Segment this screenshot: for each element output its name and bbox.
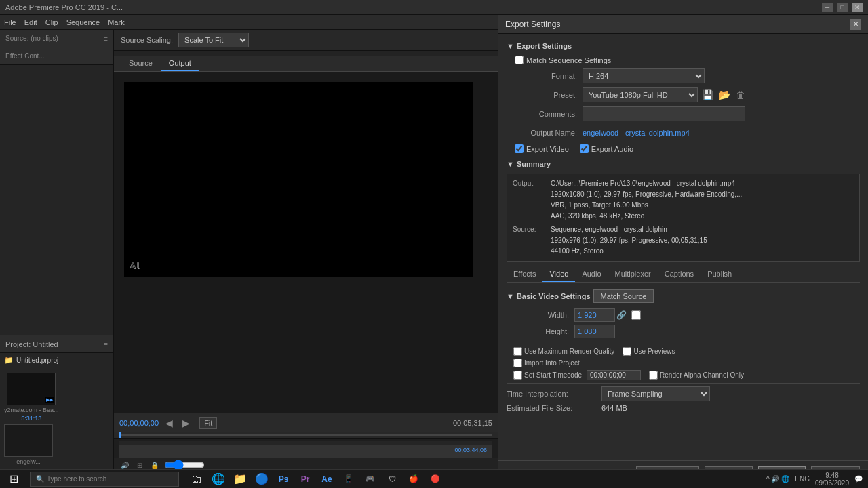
menu-file[interactable]: File (4, 18, 16, 26)
use-previews-checkbox[interactable] (623, 347, 631, 356)
volume-slider[interactable] (164, 462, 205, 468)
play-back-button[interactable]: ◀ (163, 418, 176, 428)
timeline-btn-1[interactable]: 🔊 (118, 462, 132, 469)
taskbar-apps: 🗂 🌐 📁 🔵 Ps Pr Ae 📱 🎮 🛡 🍎 🔴 (182, 470, 450, 489)
premiere-panel: File Edit Clip Sequence Mark Source: (no… (0, 15, 498, 488)
panel-menu-icon[interactable]: ≡ (104, 35, 108, 43)
preset-import-icon[interactable]: 📂 (717, 89, 732, 100)
preset-save-icon[interactable]: 💾 (701, 89, 715, 100)
summary-output-row: Output: C:\User...\Premiere Pro\13.0\eng… (513, 178, 854, 222)
summary-source-value: Sequence, engelwood - crystal dolphin 19… (551, 224, 854, 257)
project-folder[interactable]: 📁 Untitled.prproj (4, 356, 109, 365)
dimension-link-icon[interactable]: 🔗 (615, 309, 627, 321)
taskbar-app-chrome[interactable]: 🔵 (252, 470, 271, 489)
summary-source-row: Source: Sequence, engelwood - crystal do… (513, 224, 854, 257)
thumbnail-2[interactable]: engelw... (4, 424, 53, 465)
comments-input[interactable] (583, 106, 745, 121)
thumb-1-duration: 5:31:13 (21, 415, 41, 422)
format-label: Format: (515, 72, 583, 80)
window-controls[interactable]: ─ □ ✕ (822, 3, 863, 12)
start-timecode-checkbox[interactable] (513, 371, 522, 380)
file-size-row: Estimated File Size: 644 MB (507, 404, 860, 412)
width-input[interactable] (574, 308, 615, 322)
taskbar-app-explorer[interactable]: 🗂 (187, 470, 206, 489)
timecode-value-input[interactable] (587, 370, 641, 380)
tab-captions[interactable]: Captions (658, 267, 701, 282)
tab-output[interactable]: Output (161, 56, 199, 71)
menu-mark[interactable]: Mark (108, 18, 124, 26)
height-input[interactable] (574, 325, 615, 338)
source-label: Source: (no clips) (5, 35, 58, 42)
export-video-checkbox[interactable] (515, 144, 524, 153)
width-constrain-checkbox[interactable] (631, 310, 641, 320)
taskbar-app-edge[interactable]: 🌐 (209, 470, 228, 489)
taskbar-app-after-effects[interactable]: Ae (317, 470, 336, 489)
timeline-btn-2[interactable]: ⊞ (134, 462, 145, 469)
export-audio-checkbox[interactable] (580, 144, 589, 153)
start-button[interactable]: ⊞ (0, 470, 27, 489)
output-name-link[interactable]: engelwood - crystal dolphin.mp4 (583, 129, 690, 137)
match-source-button[interactable]: Match Source (593, 289, 654, 303)
taskbar: ⊞ 🔍 Type here to search 🗂 🌐 📁 🔵 Ps Pr Ae… (0, 469, 868, 488)
taskbar-app-misc3[interactable]: 🛡 (382, 470, 401, 489)
timeline-scrubber[interactable] (114, 432, 498, 438)
tab-multiplexer[interactable]: Multiplexer (608, 267, 658, 282)
clock: 9:48 09/06/2020 (815, 472, 849, 487)
current-time[interactable]: 00;00;00;00 (119, 419, 159, 427)
import-project-checkbox[interactable] (513, 359, 522, 367)
preset-row-inner: YouTube 1080p Full HD 💾 📂 🗑 (583, 87, 860, 102)
export-close-button[interactable]: ✕ (850, 19, 861, 30)
render-alpha-label: Render Alpha Channel Only (660, 371, 744, 379)
source-scaling-select[interactable]: Scale To Fit (178, 33, 249, 47)
thumbnail-1[interactable]: ▶▶ y2mate.com - Bea... 5:31:13 (4, 373, 59, 422)
taskbar-search[interactable]: 🔍 Type here to search (30, 472, 179, 487)
menu-sequence[interactable]: Sequence (66, 18, 100, 26)
taskbar-app-misc2[interactable]: 🎮 (361, 470, 380, 489)
format-select[interactable]: H.264 (583, 68, 705, 83)
play-forward-button[interactable]: ▶ (180, 418, 193, 428)
file-size-value: 644 MB (601, 404, 627, 412)
basic-video-collapse-icon[interactable]: ▼ (507, 292, 514, 300)
minimize-button[interactable]: ─ (822, 3, 833, 12)
taskbar-app-folder[interactable]: 📁 (231, 470, 250, 489)
preset-select[interactable]: YouTube 1080p Full HD (583, 87, 698, 102)
height-row: Height: (507, 325, 860, 338)
section-collapse-icon[interactable]: ▼ (507, 42, 514, 50)
summary-output-label: Output: (513, 178, 547, 222)
match-sequence-checkbox[interactable] (515, 56, 524, 64)
close-button[interactable]: ✕ (852, 3, 863, 12)
fit-dropdown[interactable]: Fit (199, 417, 217, 429)
thumb-1-label: y2mate.com - Bea... (4, 407, 59, 413)
interpolation-select[interactable]: Frame Sampling (601, 386, 710, 401)
project-menu-icon[interactable]: ≡ (104, 340, 108, 348)
basic-video-label: Basic Video Settings (517, 292, 591, 300)
window-title: Adobe Premiere Pro CC 2019 - C... (5, 3, 123, 12)
menu-edit[interactable]: Edit (24, 18, 37, 26)
preset-label: Preset: (515, 91, 583, 99)
render-alpha-checkbox[interactable] (649, 371, 658, 380)
taskbar-app-misc5[interactable]: 🔴 (426, 470, 445, 489)
taskbar-app-premiere[interactable]: Pr (296, 470, 315, 489)
tab-publish[interactable]: Publish (701, 267, 738, 282)
thumb-2-label: engelw... (16, 458, 41, 465)
tab-source[interactable]: Source (121, 56, 161, 71)
timeline-btn-3[interactable]: 🔒 (148, 462, 161, 469)
import-project-label: Import Into Project (524, 359, 580, 367)
notification-icon[interactable]: 💬 (854, 475, 863, 483)
tab-audio[interactable]: Audio (575, 267, 608, 282)
summary-collapse-icon[interactable]: ▼ (507, 160, 514, 168)
preset-delete-icon[interactable]: 🗑 (734, 89, 747, 100)
time-interpolation-row: Time Interpolation: Frame Sampling (507, 386, 860, 401)
taskbar-app-photoshop[interactable]: Ps (274, 470, 293, 489)
watermark-text: 𝔸𝕝 (130, 261, 140, 271)
taskbar-app-misc4[interactable]: 🍎 (404, 470, 423, 489)
use-previews-label: Use Previews (633, 348, 675, 355)
menu-clip[interactable]: Clip (45, 18, 58, 26)
scrubber-handle[interactable] (119, 432, 121, 438)
taskbar-app-misc1[interactable]: 📱 (339, 470, 358, 489)
tab-video[interactable]: Video (542, 267, 575, 282)
maximize-button[interactable]: □ (837, 3, 848, 12)
match-sequence-label: Match Sequence Settings (526, 56, 611, 64)
max-render-quality-checkbox[interactable] (513, 347, 522, 356)
tab-effects[interactable]: Effects (507, 267, 542, 282)
